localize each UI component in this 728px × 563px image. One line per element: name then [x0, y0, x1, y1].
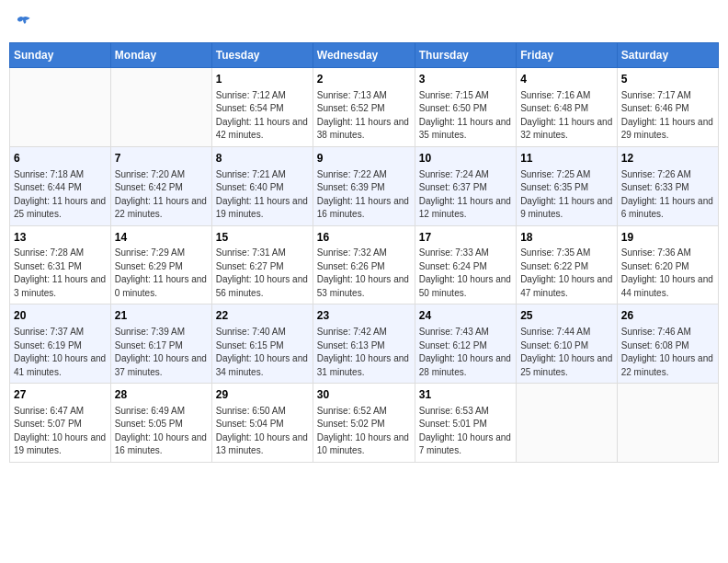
- calendar-table: SundayMondayTuesdayWednesdayThursdayFrid…: [9, 42, 719, 463]
- calendar-cell: [10, 68, 111, 147]
- day-number: 9: [317, 151, 411, 167]
- week-row-1: 1Sunrise: 7:12 AM Sunset: 6:54 PM Daylig…: [10, 68, 719, 147]
- logo-bird-icon: [15, 15, 31, 31]
- day-info: Sunrise: 7:17 AM Sunset: 6:46 PM Dayligh…: [621, 89, 714, 143]
- calendar-cell: 27Sunrise: 6:47 AM Sunset: 5:07 PM Dayli…: [10, 384, 111, 463]
- day-info: Sunrise: 7:35 AM Sunset: 6:22 PM Dayligh…: [520, 247, 613, 300]
- column-header-wednesday: Wednesday: [313, 43, 415, 68]
- calendar-cell: 13Sunrise: 7:28 AM Sunset: 6:31 PM Dayli…: [10, 225, 111, 304]
- day-number: 19: [621, 230, 714, 246]
- day-info: Sunrise: 7:21 AM Sunset: 6:40 PM Dayligh…: [216, 168, 309, 222]
- calendar-cell: 29Sunrise: 6:50 AM Sunset: 5:04 PM Dayli…: [211, 384, 313, 463]
- day-info: Sunrise: 7:46 AM Sunset: 6:08 PM Dayligh…: [621, 326, 714, 379]
- day-info: Sunrise: 7:40 AM Sunset: 6:15 PM Dayligh…: [216, 326, 309, 379]
- day-info: Sunrise: 7:22 AM Sunset: 6:39 PM Dayligh…: [317, 168, 411, 222]
- day-info: Sunrise: 7:15 AM Sunset: 6:50 PM Dayligh…: [419, 89, 512, 143]
- day-number: 29: [216, 387, 309, 403]
- calendar-cell: 8Sunrise: 7:21 AM Sunset: 6:40 PM Daylig…: [211, 146, 313, 225]
- day-number: 21: [115, 308, 208, 324]
- calendar-cell: 28Sunrise: 6:49 AM Sunset: 5:05 PM Dayli…: [110, 384, 211, 463]
- column-header-friday: Friday: [517, 43, 618, 68]
- day-info: Sunrise: 6:53 AM Sunset: 5:01 PM Dayligh…: [419, 405, 512, 458]
- calendar-cell: 24Sunrise: 7:43 AM Sunset: 6:12 PM Dayli…: [415, 304, 516, 384]
- day-number: 4: [520, 72, 613, 87]
- day-number: 17: [419, 230, 512, 246]
- day-number: 25: [520, 308, 613, 324]
- calendar-cell: 20Sunrise: 7:37 AM Sunset: 6:19 PM Dayli…: [10, 304, 111, 384]
- day-info: Sunrise: 7:26 AM Sunset: 6:33 PM Dayligh…: [621, 168, 714, 222]
- calendar-cell: 15Sunrise: 7:31 AM Sunset: 6:27 PM Dayli…: [211, 225, 313, 304]
- day-number: 22: [216, 308, 309, 324]
- column-header-tuesday: Tuesday: [211, 43, 313, 68]
- calendar-cell: 26Sunrise: 7:46 AM Sunset: 6:08 PM Dayli…: [617, 304, 718, 384]
- day-number: 31: [419, 387, 512, 403]
- calendar-cell: [110, 68, 211, 147]
- day-info: Sunrise: 7:39 AM Sunset: 6:17 PM Dayligh…: [115, 326, 208, 379]
- day-number: 15: [216, 230, 309, 246]
- day-number: 30: [317, 387, 411, 403]
- calendar-cell: 11Sunrise: 7:25 AM Sunset: 6:35 PM Dayli…: [517, 146, 618, 225]
- day-info: Sunrise: 6:50 AM Sunset: 5:04 PM Dayligh…: [216, 405, 309, 458]
- day-number: 5: [621, 72, 714, 87]
- calendar-cell: 3Sunrise: 7:15 AM Sunset: 6:50 PM Daylig…: [415, 68, 516, 147]
- day-info: Sunrise: 7:12 AM Sunset: 6:54 PM Dayligh…: [216, 89, 309, 143]
- column-header-thursday: Thursday: [415, 43, 516, 68]
- day-number: 7: [115, 151, 208, 167]
- day-info: Sunrise: 6:47 AM Sunset: 5:07 PM Dayligh…: [14, 405, 107, 458]
- week-row-2: 6Sunrise: 7:18 AM Sunset: 6:44 PM Daylig…: [10, 146, 719, 225]
- day-number: 27: [14, 387, 107, 403]
- calendar-cell: 30Sunrise: 6:52 AM Sunset: 5:02 PM Dayli…: [313, 384, 415, 463]
- page-header: [9, 9, 719, 37]
- calendar-cell: [617, 384, 718, 463]
- day-number: 8: [216, 151, 309, 167]
- day-number: 18: [520, 230, 613, 246]
- day-info: Sunrise: 6:49 AM Sunset: 5:05 PM Dayligh…: [115, 405, 208, 458]
- day-number: 16: [317, 230, 411, 246]
- day-number: 2: [317, 72, 411, 87]
- calendar-cell: 10Sunrise: 7:24 AM Sunset: 6:37 PM Dayli…: [415, 146, 516, 225]
- calendar-cell: 17Sunrise: 7:33 AM Sunset: 6:24 PM Dayli…: [415, 225, 516, 304]
- calendar-cell: 6Sunrise: 7:18 AM Sunset: 6:44 PM Daylig…: [10, 146, 111, 225]
- day-info: Sunrise: 7:43 AM Sunset: 6:12 PM Dayligh…: [419, 326, 512, 379]
- calendar-cell: 19Sunrise: 7:36 AM Sunset: 6:20 PM Dayli…: [617, 225, 718, 304]
- calendar-cell: 2Sunrise: 7:13 AM Sunset: 6:52 PM Daylig…: [313, 68, 415, 147]
- header-row: SundayMondayTuesdayWednesdayThursdayFrid…: [10, 43, 719, 68]
- calendar-cell: 21Sunrise: 7:39 AM Sunset: 6:17 PM Dayli…: [110, 304, 211, 384]
- calendar-cell: [517, 384, 618, 463]
- calendar-cell: 12Sunrise: 7:26 AM Sunset: 6:33 PM Dayli…: [617, 146, 718, 225]
- day-info: Sunrise: 7:25 AM Sunset: 6:35 PM Dayligh…: [520, 168, 613, 222]
- day-info: Sunrise: 7:31 AM Sunset: 6:27 PM Dayligh…: [216, 247, 309, 300]
- day-info: Sunrise: 7:20 AM Sunset: 6:42 PM Dayligh…: [115, 168, 208, 222]
- day-info: Sunrise: 7:16 AM Sunset: 6:48 PM Dayligh…: [520, 89, 613, 143]
- day-info: Sunrise: 7:13 AM Sunset: 6:52 PM Dayligh…: [317, 89, 411, 143]
- calendar-cell: 23Sunrise: 7:42 AM Sunset: 6:13 PM Dayli…: [313, 304, 415, 384]
- day-info: Sunrise: 7:32 AM Sunset: 6:26 PM Dayligh…: [317, 247, 411, 300]
- day-info: Sunrise: 7:36 AM Sunset: 6:20 PM Dayligh…: [621, 247, 714, 300]
- day-info: Sunrise: 7:37 AM Sunset: 6:19 PM Dayligh…: [14, 326, 107, 379]
- day-info: Sunrise: 7:28 AM Sunset: 6:31 PM Dayligh…: [14, 247, 107, 300]
- column-header-sunday: Sunday: [10, 43, 111, 68]
- day-number: 23: [317, 308, 411, 324]
- week-row-3: 13Sunrise: 7:28 AM Sunset: 6:31 PM Dayli…: [10, 225, 719, 304]
- day-number: 26: [621, 308, 714, 324]
- logo: [13, 15, 31, 31]
- calendar-cell: 25Sunrise: 7:44 AM Sunset: 6:10 PM Dayli…: [517, 304, 618, 384]
- day-number: 12: [621, 151, 714, 167]
- day-info: Sunrise: 6:52 AM Sunset: 5:02 PM Dayligh…: [317, 405, 411, 458]
- calendar-cell: 9Sunrise: 7:22 AM Sunset: 6:39 PM Daylig…: [313, 146, 415, 225]
- day-number: 24: [419, 308, 512, 324]
- day-number: 6: [14, 151, 107, 167]
- calendar-cell: 22Sunrise: 7:40 AM Sunset: 6:15 PM Dayli…: [211, 304, 313, 384]
- day-number: 20: [14, 308, 107, 324]
- day-info: Sunrise: 7:29 AM Sunset: 6:29 PM Dayligh…: [115, 247, 208, 300]
- day-number: 1: [216, 72, 309, 87]
- calendar-cell: 31Sunrise: 6:53 AM Sunset: 5:01 PM Dayli…: [415, 384, 516, 463]
- calendar-cell: 5Sunrise: 7:17 AM Sunset: 6:46 PM Daylig…: [617, 68, 718, 147]
- week-row-5: 27Sunrise: 6:47 AM Sunset: 5:07 PM Dayli…: [10, 384, 719, 463]
- calendar-cell: 7Sunrise: 7:20 AM Sunset: 6:42 PM Daylig…: [110, 146, 211, 225]
- column-header-saturday: Saturday: [617, 43, 718, 68]
- calendar-cell: 18Sunrise: 7:35 AM Sunset: 6:22 PM Dayli…: [517, 225, 618, 304]
- day-number: 3: [419, 72, 512, 87]
- day-info: Sunrise: 7:44 AM Sunset: 6:10 PM Dayligh…: [520, 326, 613, 379]
- calendar-cell: 16Sunrise: 7:32 AM Sunset: 6:26 PM Dayli…: [313, 225, 415, 304]
